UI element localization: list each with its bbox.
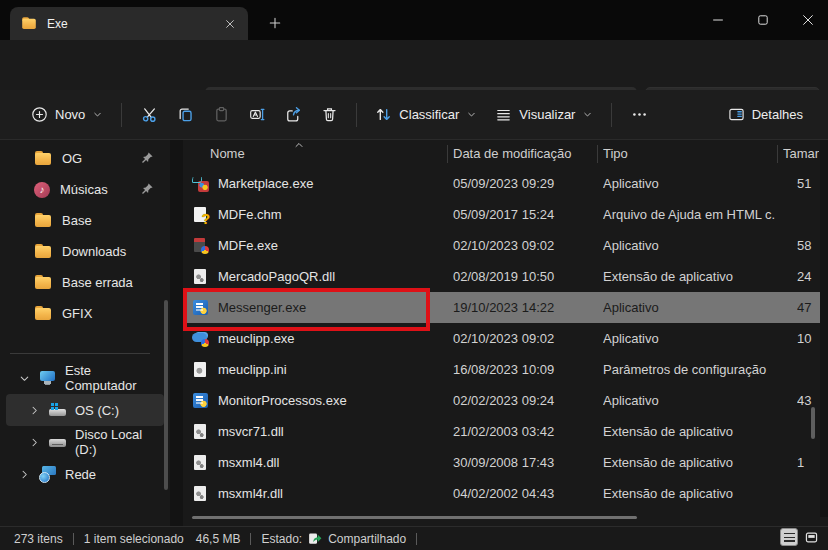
horizontal-scrollbar[interactable]: [192, 516, 637, 519]
sort-button-label: Classificar: [399, 107, 459, 122]
sidebar-scrollbar[interactable]: [164, 300, 168, 490]
chevron-right-icon[interactable]: [18, 468, 31, 481]
tab-title: Exe: [47, 17, 220, 31]
dll-file-icon: [192, 268, 210, 286]
sidebar-item-musicas[interactable]: Músicas: [0, 174, 170, 205]
sidebar-item-label: OS (C:): [75, 403, 119, 418]
folder-icon: [34, 275, 52, 290]
sidebar-tree: Este Computador OS (C:) Disco Local (D:)…: [0, 362, 170, 490]
file-row-meuclipp-exe[interactable]: meuclipp.exe 02/10/2023 09:02 Aplicativo…: [183, 323, 820, 354]
pin-icon: [140, 182, 154, 196]
os-drive-icon: [49, 403, 67, 417]
pane-divider[interactable]: [170, 140, 183, 526]
folder-icon: [34, 151, 52, 166]
thumbnail-view-toggle[interactable]: [802, 528, 820, 546]
items-count: 273 itens: [14, 532, 63, 546]
sort-ascending-icon: [293, 140, 305, 150]
file-row-mdfe-exe[interactable]: MDFe.exe 02/10/2023 09:02 Aplicativo 58: [183, 230, 820, 261]
column-header-nome[interactable]: Nome: [210, 140, 245, 168]
minimize-button[interactable]: [695, 0, 740, 40]
sidebar: OG Músicas Base Downloads: [0, 140, 170, 526]
view-button[interactable]: Visualizar: [486, 97, 602, 133]
sidebar-item-label: GFIX: [62, 306, 92, 321]
app-icon: [192, 175, 210, 193]
delete-button[interactable]: [311, 97, 347, 133]
app-icon: [192, 330, 210, 348]
file-row-mdfe-chm[interactable]: MDFe.chm 05/09/2017 15:24 Arquivo de Aju…: [183, 199, 820, 230]
sidebar-item-base[interactable]: Base: [0, 205, 170, 236]
view-toggles: [780, 528, 820, 546]
file-row-msxml4r-dll[interactable]: msxml4r.dll 04/02/2002 04:43 Extensão de…: [183, 478, 820, 509]
vertical-scrollbar[interactable]: [811, 407, 815, 439]
sidebar-item-label: Base errada: [62, 275, 133, 290]
scrollbar-track: [820, 140, 828, 517]
dll-file-icon: [192, 485, 210, 503]
column-divider[interactable]: [597, 145, 598, 163]
file-row-marketplace-exe[interactable]: Marketplace.exe 05/09/2023 09:29 Aplicat…: [183, 168, 820, 199]
selection-size: 46,5 MB: [196, 532, 241, 546]
sidebar-item-label: Músicas: [60, 182, 108, 197]
config-file-icon: [192, 361, 210, 379]
sidebar-item-este-computador[interactable]: Este Computador: [6, 362, 164, 394]
drive-icon: [49, 435, 67, 449]
column-headers: Nome Data de modificação Tipo Tamanho: [183, 140, 828, 168]
sidebar-item-disco-local-d[interactable]: Disco Local (D:): [6, 426, 164, 458]
chevron-down-icon: [92, 109, 103, 120]
paste-button[interactable]: [203, 97, 239, 133]
status-separator: [416, 533, 417, 545]
file-row-msvcr71-dll[interactable]: msvcr71.dll 21/02/2003 03:42 Extensão de…: [183, 416, 820, 447]
share-button[interactable]: [275, 97, 311, 133]
tab-exe[interactable]: Exe: [10, 7, 248, 40]
body: OG Músicas Base Downloads: [0, 140, 828, 526]
file-explorer-window: Exe: [0, 0, 828, 550]
sidebar-item-label: OG: [62, 151, 82, 166]
chevron-right-icon[interactable]: [28, 404, 41, 417]
shared-icon: [308, 531, 323, 546]
column-divider[interactable]: [777, 145, 778, 163]
titlebar: Exe: [0, 0, 828, 40]
toolbar-separator: [611, 103, 612, 127]
sidebar-item-og[interactable]: OG: [0, 143, 170, 174]
new-tab-button[interactable]: [262, 10, 288, 36]
sidebar-item-downloads[interactable]: Downloads: [0, 236, 170, 267]
file-row-meuclipp-ini[interactable]: meuclipp.ini 16/08/2023 10:09 Parâmetros…: [183, 354, 820, 385]
maximize-button[interactable]: [740, 0, 785, 40]
app-icon: [192, 299, 210, 317]
column-divider[interactable]: [447, 145, 448, 163]
file-row-monitorprocessos-exe[interactable]: MonitorProcessos.exe 02/02/2023 09:24 Ap…: [183, 385, 820, 416]
tab-close-icon[interactable]: [220, 14, 240, 34]
sidebar-item-label: Disco Local (D:): [75, 427, 164, 457]
sidebar-item-base-errada[interactable]: Base errada: [0, 267, 170, 298]
chevron-down-icon: [582, 109, 593, 120]
cut-button[interactable]: [131, 97, 167, 133]
new-button[interactable]: Novo: [22, 97, 112, 133]
dll-file-icon: [192, 454, 210, 472]
status-bar: 273 itens 1 item selecionado 46,5 MB Est…: [0, 526, 828, 550]
sort-button[interactable]: Classificar: [366, 97, 486, 133]
details-view-toggle[interactable]: [780, 528, 798, 546]
dll-file-icon: [192, 423, 210, 441]
sidebar-item-rede[interactable]: Rede: [6, 458, 164, 490]
chevron-down-icon[interactable]: [18, 372, 31, 385]
file-row-messenger-exe[interactable]: Messenger.exe 19/10/2023 14:22 Aplicativ…: [183, 292, 820, 323]
column-header-tipo[interactable]: Tipo: [603, 140, 628, 168]
chevron-right-icon[interactable]: [28, 436, 41, 449]
file-row-msxml4-dll[interactable]: msxml4.dll 30/09/2008 17:43 Extensão de …: [183, 447, 820, 478]
sidebar-item-gfix[interactable]: GFIX: [0, 298, 170, 329]
column-header-tamanho[interactable]: Tamanho: [783, 140, 819, 168]
close-button[interactable]: [785, 0, 828, 40]
app-icon: [192, 392, 210, 410]
copy-button[interactable]: [167, 97, 203, 133]
more-options-button[interactable]: [621, 97, 657, 133]
sidebar-item-os-c[interactable]: OS (C:): [6, 394, 164, 426]
rename-button[interactable]: [239, 97, 275, 133]
quick-access-list: OG Músicas Base Downloads: [0, 143, 170, 329]
state-label: Estado:: [261, 532, 302, 546]
details-pane-button[interactable]: Detalhes: [719, 97, 812, 133]
file-row-mercadopagoqr-dll[interactable]: MercadoPagoQR.dll 02/08/2019 10:50 Exten…: [183, 261, 820, 292]
sidebar-item-label: Rede: [65, 467, 96, 482]
folder-icon: [34, 244, 52, 259]
state-value: Compartilhado: [328, 532, 406, 546]
sidebar-item-label: Downloads: [62, 244, 126, 259]
column-header-data[interactable]: Data de modificação: [453, 140, 572, 168]
